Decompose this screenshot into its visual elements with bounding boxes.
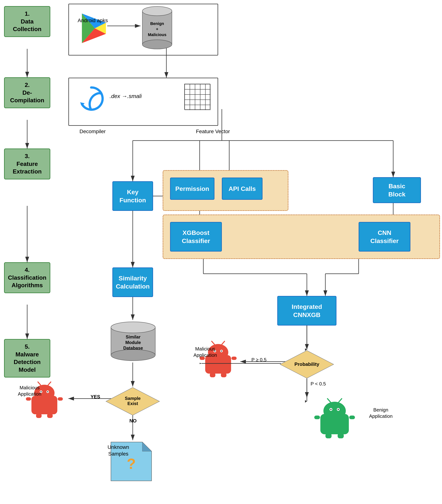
key-function-box: KeyFunction <box>112 181 153 211</box>
svg-line-89 <box>328 399 331 402</box>
svg-point-37 <box>142 40 172 49</box>
svg-rect-91 <box>314 415 320 419</box>
svg-line-76 <box>222 341 225 344</box>
decompilation-box: .dex →.smali <box>68 78 218 126</box>
svg-text:Probability: Probability <box>295 361 319 367</box>
svg-line-75 <box>212 341 214 344</box>
unknown-samples-label: UnknownSamples <box>92 444 144 457</box>
svg-text:Benign: Benign <box>150 21 164 26</box>
malicious-app-left-label: MaliciousApplication <box>11 385 48 397</box>
svg-text:Malicious: Malicious <box>148 32 166 37</box>
sample-exist-diamond: Sample Exist <box>105 387 160 416</box>
step4-label: 4.ClassificationAlgorithms <box>8 267 46 288</box>
database-cylinder: Benign + Malicious <box>141 4 174 52</box>
svg-text:Exist: Exist <box>127 401 138 406</box>
similar-module-db: Similar Module Database <box>107 320 159 362</box>
step1-box: 1. Data Collection <box>4 6 50 37</box>
svg-rect-79 <box>210 373 215 377</box>
svg-rect-60 <box>26 397 31 401</box>
step3-label: 3.FeatureExtraction <box>13 153 42 175</box>
svg-text:Similar: Similar <box>126 334 141 339</box>
no-label: NO <box>129 418 137 424</box>
svg-point-84 <box>323 402 346 420</box>
basic-block-box: BasicBlock <box>373 177 421 203</box>
svg-rect-80 <box>221 373 227 377</box>
google-play-icon <box>80 12 110 45</box>
svg-point-45 <box>111 350 155 361</box>
decompiler-icon <box>76 84 106 114</box>
svg-text:Database: Database <box>123 345 143 350</box>
svg-point-87 <box>330 409 332 410</box>
step5-box: 5.MalwareDetection Model <box>4 339 50 378</box>
step5-label: 5.MalwareDetection Model <box>14 343 41 373</box>
probability-diamond: Probability <box>279 350 335 379</box>
step4-box: 4.ClassificationAlgorithms <box>4 262 50 293</box>
svg-rect-94 <box>338 433 344 438</box>
svg-rect-62 <box>36 413 42 418</box>
svg-line-59 <box>48 382 51 385</box>
step2-label: 2.De-Compilation <box>10 82 44 104</box>
svg-rect-93 <box>326 433 332 438</box>
step3-box: 3.FeatureExtraction <box>4 148 50 180</box>
svg-point-44 <box>111 322 155 333</box>
step2-box: 2.De-Compilation <box>4 77 50 108</box>
svg-text:+: + <box>156 27 159 32</box>
similarity-calc-box: SimilarityCalculation <box>112 268 153 297</box>
svg-text:Sample: Sample <box>125 396 141 401</box>
permission-box: Permission <box>170 178 214 200</box>
step1-label: 1. Data Collection <box>13 10 42 32</box>
api-calls-box: API Calls <box>222 178 263 200</box>
svg-point-36 <box>142 6 172 16</box>
cnn-box: CNNClassifier <box>359 222 410 252</box>
feature-vector-label: Feature Vector <box>196 128 230 134</box>
feature-vector-grid <box>184 84 210 110</box>
integrated-box: IntegratedCNNXGB <box>277 296 336 325</box>
android-apks-label: Android apks <box>78 18 108 23</box>
svg-text:?: ? <box>127 455 136 472</box>
svg-text:Module: Module <box>125 340 141 345</box>
svg-rect-63 <box>47 413 53 418</box>
xgboost-box: XGBoostClassifier <box>170 222 222 252</box>
svg-point-88 <box>338 409 339 410</box>
p-lt-label: P < 0.5 <box>311 381 326 387</box>
benign-android <box>314 398 355 438</box>
dex-smali-label: .dex →.smali <box>110 93 141 99</box>
malicious-app-right-label: MaliciousApplication <box>185 346 226 359</box>
yes-label: YES <box>90 394 100 400</box>
svg-rect-78 <box>231 357 237 360</box>
decompiler-label: Decompiler <box>79 128 106 134</box>
svg-line-90 <box>339 399 342 402</box>
svg-rect-61 <box>58 397 63 401</box>
svg-rect-92 <box>349 415 355 419</box>
benign-app-label: BenignApplication <box>357 407 405 419</box>
